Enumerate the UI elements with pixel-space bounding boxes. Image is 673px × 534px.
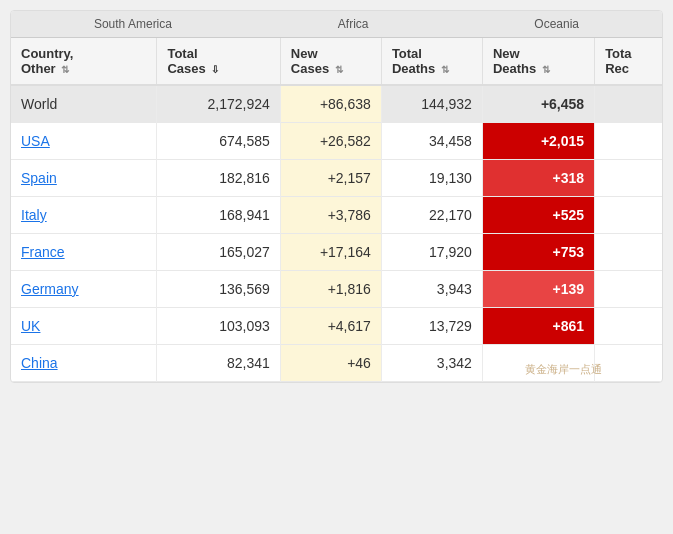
total-cases-cell: 82,341 <box>157 345 280 382</box>
world-total-recovered <box>595 85 662 123</box>
total-recovered-cell <box>595 345 662 382</box>
total-recovered-cell <box>595 271 662 308</box>
table-row: China82,341+463,342 <box>11 345 662 382</box>
total-deaths-cell: 19,130 <box>381 160 482 197</box>
total-recovered-cell <box>595 234 662 271</box>
new-cases-cell: +17,164 <box>280 234 381 271</box>
country-link[interactable]: UK <box>21 318 40 334</box>
table-row: UK103,093+4,61713,729+861 <box>11 308 662 345</box>
new-deaths-cell <box>482 345 594 382</box>
covid-table: Country,Other ⇅ TotalCases ⇩ NewCases ⇅ … <box>11 38 662 382</box>
total-cases-cell: 136,569 <box>157 271 280 308</box>
total-cases-cell: 168,941 <box>157 197 280 234</box>
world-new-deaths: +6,458 <box>482 85 594 123</box>
country-cell: Spain <box>11 160 157 197</box>
col-header-total-deaths[interactable]: TotalDeaths ⇅ <box>381 38 482 85</box>
new-cases-cell: +26,582 <box>280 123 381 160</box>
table-wrapper: Country,Other ⇅ TotalCases ⇩ NewCases ⇅ … <box>11 38 662 382</box>
new-deaths-cell: +861 <box>482 308 594 345</box>
country-cell: China <box>11 345 157 382</box>
region-south-america[interactable]: South America <box>86 15 180 33</box>
sort-icon-total-deaths[interactable]: ⇅ <box>441 64 449 75</box>
col-header-country[interactable]: Country,Other ⇅ <box>11 38 157 85</box>
new-cases-cell: +3,786 <box>280 197 381 234</box>
country-cell: USA <box>11 123 157 160</box>
country-cell: Germany <box>11 271 157 308</box>
total-deaths-cell: 22,170 <box>381 197 482 234</box>
table-row: Germany136,569+1,8163,943+139 <box>11 271 662 308</box>
world-total-cases: 2,172,924 <box>157 85 280 123</box>
new-cases-cell: +46 <box>280 345 381 382</box>
country-link[interactable]: France <box>21 244 65 260</box>
new-deaths-cell: +139 <box>482 271 594 308</box>
country-cell: UK <box>11 308 157 345</box>
new-deaths-cell: +753 <box>482 234 594 271</box>
world-country: World <box>11 85 157 123</box>
world-total-deaths: 144,932 <box>381 85 482 123</box>
total-recovered-cell <box>595 160 662 197</box>
new-cases-cell: +2,157 <box>280 160 381 197</box>
new-deaths-cell: +525 <box>482 197 594 234</box>
country-cell: France <box>11 234 157 271</box>
total-cases-cell: 103,093 <box>157 308 280 345</box>
table-row: Spain182,816+2,15719,130+318 <box>11 160 662 197</box>
col-header-total-cases[interactable]: TotalCases ⇩ <box>157 38 280 85</box>
table-row: Italy168,941+3,78622,170+525 <box>11 197 662 234</box>
sort-icon-new-cases[interactable]: ⇅ <box>335 64 343 75</box>
sort-icon-country[interactable]: ⇅ <box>61 64 69 75</box>
new-cases-cell: +4,617 <box>280 308 381 345</box>
country-link[interactable]: USA <box>21 133 50 149</box>
total-recovered-cell <box>595 308 662 345</box>
total-deaths-cell: 3,943 <box>381 271 482 308</box>
table-header-row: Country,Other ⇅ TotalCases ⇩ NewCases ⇅ … <box>11 38 662 85</box>
total-deaths-cell: 3,342 <box>381 345 482 382</box>
world-new-cases: +86,638 <box>280 85 381 123</box>
total-deaths-cell: 13,729 <box>381 308 482 345</box>
region-header: South America Africa Oceania <box>11 11 662 38</box>
world-row: World 2,172,924 +86,638 144,932 +6,458 <box>11 85 662 123</box>
new-cases-cell: +1,816 <box>280 271 381 308</box>
col-header-new-deaths[interactable]: NewDeaths ⇅ <box>482 38 594 85</box>
country-link[interactable]: Italy <box>21 207 47 223</box>
total-cases-cell: 182,816 <box>157 160 280 197</box>
total-cases-cell: 165,027 <box>157 234 280 271</box>
col-header-new-cases[interactable]: NewCases ⇅ <box>280 38 381 85</box>
total-recovered-cell <box>595 123 662 160</box>
total-recovered-cell <box>595 197 662 234</box>
country-link[interactable]: China <box>21 355 58 371</box>
total-deaths-cell: 17,920 <box>381 234 482 271</box>
sort-icon-new-deaths[interactable]: ⇅ <box>542 64 550 75</box>
region-africa[interactable]: Africa <box>330 15 377 33</box>
sort-icon-total-cases[interactable]: ⇩ <box>211 64 219 75</box>
table-row: France165,027+17,16417,920+753 <box>11 234 662 271</box>
main-container: South America Africa Oceania Country,Oth… <box>10 10 663 383</box>
region-oceania[interactable]: Oceania <box>526 15 587 33</box>
table-row: USA674,585+26,58234,458+2,015 <box>11 123 662 160</box>
country-link[interactable]: Germany <box>21 281 79 297</box>
total-deaths-cell: 34,458 <box>381 123 482 160</box>
country-cell: Italy <box>11 197 157 234</box>
new-deaths-cell: +2,015 <box>482 123 594 160</box>
total-cases-cell: 674,585 <box>157 123 280 160</box>
country-link[interactable]: Spain <box>21 170 57 186</box>
col-header-total-recovered: TotaRec <box>595 38 662 85</box>
new-deaths-cell: +318 <box>482 160 594 197</box>
